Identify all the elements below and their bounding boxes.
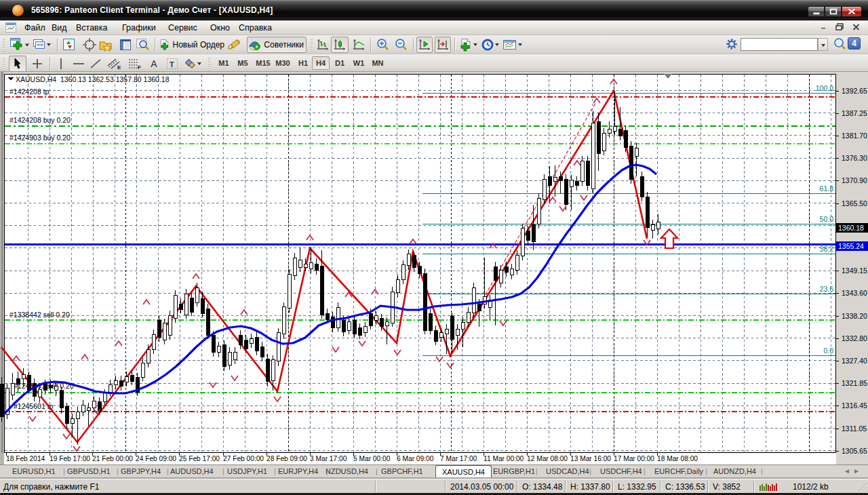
svg-text:17 Mar 00:00: 17 Mar 00:00 <box>614 455 654 462</box>
svg-text:1327.40: 1327.40 <box>842 357 867 365</box>
svg-text:#1424208 buy 0.20: #1424208 buy 0.20 <box>9 116 71 124</box>
svg-text:12 Mar 08:00: 12 Mar 08:00 <box>527 455 568 462</box>
svg-text:61.8: 61.8 <box>820 184 834 193</box>
svg-text:#1424208 tp: #1424208 tp <box>9 87 50 96</box>
svg-text:7 Mar 17:00: 7 Mar 17:00 <box>440 455 477 462</box>
svg-text:1305.65: 1305.65 <box>842 447 867 455</box>
svg-text:1387.25: 1387.25 <box>842 109 867 117</box>
svg-text:28 Feb 09:00: 28 Feb 09:00 <box>267 455 307 462</box>
svg-text:6 Mar 09:00: 6 Mar 09:00 <box>397 455 434 462</box>
svg-text:50.0: 50.0 <box>820 215 834 223</box>
svg-text:#1338442 sell 0.20: #1338442 sell 0.20 <box>9 311 70 319</box>
svg-text:23.6: 23.6 <box>820 285 834 293</box>
svg-text:1360.18: 1360.18 <box>838 224 864 232</box>
svg-text:19 Feb 17:00: 19 Feb 17:00 <box>50 455 90 462</box>
svg-text:1376.30: 1376.30 <box>842 154 867 162</box>
svg-text:1349.15: 1349.15 <box>842 266 867 275</box>
svg-text:25 Feb 17:00: 25 Feb 17:00 <box>179 455 220 462</box>
svg-text:1392.65: 1392.65 <box>842 87 867 95</box>
svg-text:5 Mar 00:00: 5 Mar 00:00 <box>353 455 391 462</box>
svg-text:1321.85: 1321.85 <box>842 379 867 387</box>
svg-text:XAUUSD,H4 1360.13 1362.53 135: XAUUSD,H4 1360.13 1362.53 1357.80 1360.1… <box>16 75 170 83</box>
svg-text:1381.70: 1381.70 <box>842 132 867 140</box>
svg-text:1355.24: 1355.24 <box>838 242 864 250</box>
svg-text:3 Mar 17:00: 3 Mar 17:00 <box>310 455 347 462</box>
svg-text:1338.20: 1338.20 <box>842 312 867 320</box>
svg-text:21 Feb 00:00: 21 Feb 00:00 <box>92 455 133 462</box>
svg-text:F: F <box>138 64 141 70</box>
svg-text:13 Mar 16:00: 13 Mar 16:00 <box>570 455 611 462</box>
svg-text:1311.05: 1311.05 <box>842 424 867 433</box>
svg-text:1316.45: 1316.45 <box>842 401 867 410</box>
svg-text:E: E <box>117 64 121 70</box>
svg-text:0.0: 0.0 <box>823 346 833 355</box>
svg-text:1343.60: 1343.60 <box>842 289 867 297</box>
svg-text:38.2: 38.2 <box>820 245 834 253</box>
svg-text:100.0: 100.0 <box>816 84 833 92</box>
svg-text:18 Mar 08:00: 18 Mar 08:00 <box>657 455 698 462</box>
svg-text:18 Feb 2014: 18 Feb 2014 <box>6 455 45 462</box>
svg-text:#1424903 buy 0.20: #1424903 buy 0.20 <box>9 134 71 142</box>
svg-text:T: T <box>170 60 174 68</box>
svg-text:1365.50: 1365.50 <box>842 199 867 207</box>
svg-text:1370.90: 1370.90 <box>842 176 867 184</box>
svg-text:27 Feb 00:00: 27 Feb 00:00 <box>223 455 264 462</box>
svg-text:1332.80: 1332.80 <box>842 334 867 342</box>
svg-text:11 Mar 00:00: 11 Mar 00:00 <box>484 455 524 462</box>
svg-text:24 Feb 09:00: 24 Feb 09:00 <box>136 455 176 462</box>
